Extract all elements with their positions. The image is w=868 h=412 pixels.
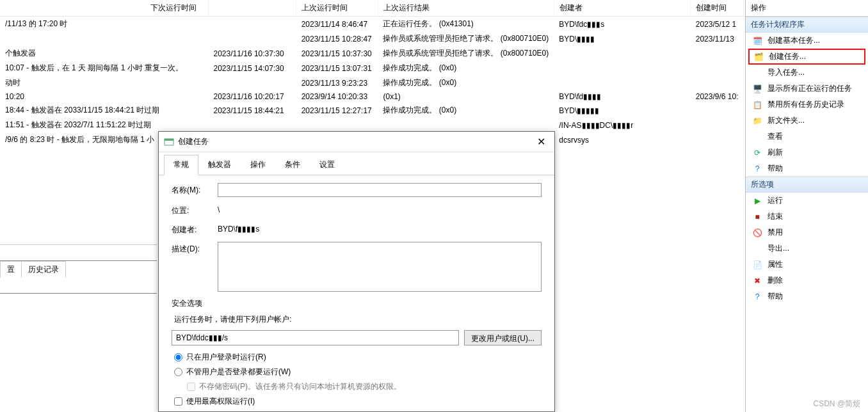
col-spacer[interactable] — [209, 0, 296, 17]
section-library: 任务计划程序库 — [746, 17, 868, 33]
tab-triggers[interactable]: 触发器 — [198, 155, 241, 175]
radio-always[interactable] — [174, 368, 182, 376]
action-import-label: 导入任务... — [768, 67, 805, 78]
cell-result: 操作成功完成。 (0x0) — [378, 61, 554, 75]
cell-created — [691, 103, 744, 118]
cell-trigger: 10:20 — [0, 90, 209, 103]
task-icon — [164, 137, 174, 147]
col-last-run[interactable]: 上次运行时间 — [296, 0, 378, 17]
cell-creator: BYD\▮▮▮▮▮ — [554, 103, 691, 118]
action-run[interactable]: ▶运行 — [746, 193, 868, 209]
col-creator[interactable]: 创建者 — [554, 0, 691, 17]
action-new-folder[interactable]: 📁新文件夹... — [746, 113, 868, 129]
cell-last: 2023/11/15 10:28:47 — [296, 31, 378, 46]
wizard-icon: 🗓️ — [752, 36, 762, 46]
action-end[interactable]: ■结束 — [746, 209, 868, 225]
svg-rect-1 — [165, 139, 173, 141]
tab-history-bottom[interactable]: 历史记录 — [21, 261, 66, 278]
cell-last: 2023/11/14 8:46:47 — [296, 17, 378, 32]
col-last-result[interactable]: 上次运行结果 — [378, 0, 554, 17]
action-delete[interactable]: ✖删除 — [746, 273, 868, 289]
tab-general[interactable]: 常规 — [164, 155, 198, 175]
action-show-running[interactable]: 🖥️显示所有正在运行的任务 — [746, 81, 868, 97]
location-label: 位置: — [172, 203, 218, 216]
action-create-task-label: 创建任务... — [769, 51, 806, 62]
creator-value: BYD\f▮▮▮▮s — [218, 223, 259, 234]
watermark: CSDN @简烦 — [813, 399, 860, 409]
dialog-title-text: 创建任务 — [178, 136, 209, 147]
cell-next — [209, 118, 296, 132]
create-task-dialog: 创建任务 ✕ 常规 触发器 操作 条件 设置 名称(M): 位置: \ 创建者:… — [158, 131, 555, 412]
action-export[interactable]: 导出... — [746, 241, 868, 257]
action-props[interactable]: 📄属性 — [746, 257, 868, 273]
change-user-button[interactable]: 更改用户或组(U)... — [464, 330, 542, 345]
cell-created — [691, 61, 744, 75]
table-row[interactable]: 10:07 - 触发后，在 1 天 期间每隔 1 小时 重复一次。2023/11… — [0, 61, 744, 75]
tab-settings[interactable]: 设置 — [310, 155, 344, 175]
import-icon — [752, 68, 762, 78]
cell-last: 2023/11/15 10:37:30 — [296, 46, 378, 61]
name-input[interactable] — [218, 183, 542, 197]
desc-input[interactable] — [218, 242, 542, 292]
security-title: 安全选项 — [172, 298, 542, 309]
table-row[interactable]: 动时2023/11/13 9:23:23操作成功完成。 (0x0) — [0, 75, 744, 90]
cell-result: (0x1) — [378, 90, 554, 103]
table-row[interactable]: 2023/11/15 10:28:47操作员或系统管理员拒绝了请求。 (0x80… — [0, 31, 744, 46]
task-table: 下次运行时间 上次运行时间 上次运行结果 创建者 创建时间 /11/13 的 1… — [0, 0, 744, 147]
action-refresh[interactable]: ⟳刷新 — [746, 145, 868, 161]
cell-result: 操作成功完成。 (0x0) — [378, 75, 554, 90]
action-show-running-label: 显示所有正在运行的任务 — [768, 83, 852, 94]
help-icon: ? — [752, 164, 762, 174]
col-next-run[interactable]: 下次运行时间 — [0, 0, 209, 17]
table-row[interactable]: 11:51 - 触发器在 2032/7/1 11:51:22 时过期/IN-AS… — [0, 118, 744, 132]
table-row[interactable]: 10:202023/11/16 10:20:172023/9/14 10:20:… — [0, 90, 744, 103]
cell-trigger: 动时 — [0, 75, 209, 90]
action-export-label: 导出... — [768, 243, 789, 254]
col-created[interactable]: 创建时间 — [691, 0, 744, 17]
check-highest-priv[interactable] — [174, 397, 182, 406]
stop-icon: ■ — [752, 212, 762, 222]
action-import[interactable]: 导入任务... — [746, 65, 868, 81]
action-disable-history[interactable]: 📋禁用所有任务历史记录 — [746, 97, 868, 113]
refresh-icon: ⟳ — [752, 148, 762, 158]
cell-next — [209, 17, 296, 32]
check-no-password-label: 不存储密码(P)。该任务将只有访问本地计算机资源的权限。 — [199, 381, 401, 392]
folder-icon: 📁 — [752, 116, 762, 126]
cell-created — [691, 132, 744, 147]
action-disable[interactable]: 🚫禁用 — [746, 225, 868, 241]
cell-creator: BYD\fdc▮▮▮s — [554, 17, 691, 32]
radio-logged-in[interactable] — [174, 353, 182, 361]
radio-logged-in-label: 只在用户登录时运行(R) — [186, 352, 266, 363]
props-icon: 📄 — [752, 260, 762, 270]
action-view[interactable]: 查看 — [746, 129, 868, 145]
action-disable-label: 禁用 — [768, 227, 783, 238]
task-icon: 🗂️ — [753, 52, 764, 62]
check-highest-priv-label: 使用最高权限运行(I) — [186, 396, 255, 407]
action-new-folder-label: 新文件夹... — [768, 115, 805, 126]
table-row[interactable]: /11/13 的 17:20 时2023/11/14 8:46:47正在运行任务… — [0, 17, 744, 32]
cell-result: 操作员或系统管理员拒绝了请求。 (0x800710E0) — [378, 31, 554, 46]
name-label: 名称(M): — [172, 183, 218, 196]
desc-label: 描述(D): — [172, 242, 218, 255]
section-selected: 所选项 — [746, 177, 868, 193]
cell-result: 正在运行任务。 (0x41301) — [378, 17, 554, 32]
table-row[interactable]: 18:44 - 触发器在 2033/11/15 18:44:21 时过期2023… — [0, 103, 744, 118]
close-icon[interactable]: ✕ — [533, 136, 549, 148]
cell-next: 2023/11/16 10:20:17 — [209, 90, 296, 103]
cell-result — [378, 118, 554, 132]
action-delete-label: 删除 — [768, 275, 783, 286]
tab-conditions[interactable]: 条件 — [275, 155, 310, 175]
tab-actions[interactable]: 操作 — [241, 155, 275, 175]
cell-last: 2023/9/14 10:20:33 — [296, 90, 378, 103]
cell-next — [209, 75, 296, 90]
cell-trigger: 10:07 - 触发后，在 1 天 期间每隔 1 小时 重复一次。 — [0, 61, 209, 75]
action-help2[interactable]: ?帮助 — [746, 289, 868, 305]
action-view-label: 查看 — [768, 131, 783, 142]
table-row[interactable]: 个触发器2023/11/16 10:37:302023/11/15 10:37:… — [0, 46, 744, 61]
action-create-task[interactable]: 🗂️创建任务... — [748, 49, 865, 65]
action-create-basic[interactable]: 🗓️创建基本任务... — [746, 33, 868, 49]
view-icon — [752, 132, 762, 142]
tab-settings-bottom[interactable]: 置 — [0, 261, 22, 278]
cell-result: 操作员或系统管理员拒绝了请求。 (0x800710E0) — [378, 46, 554, 61]
action-help[interactable]: ?帮助 — [746, 161, 868, 177]
